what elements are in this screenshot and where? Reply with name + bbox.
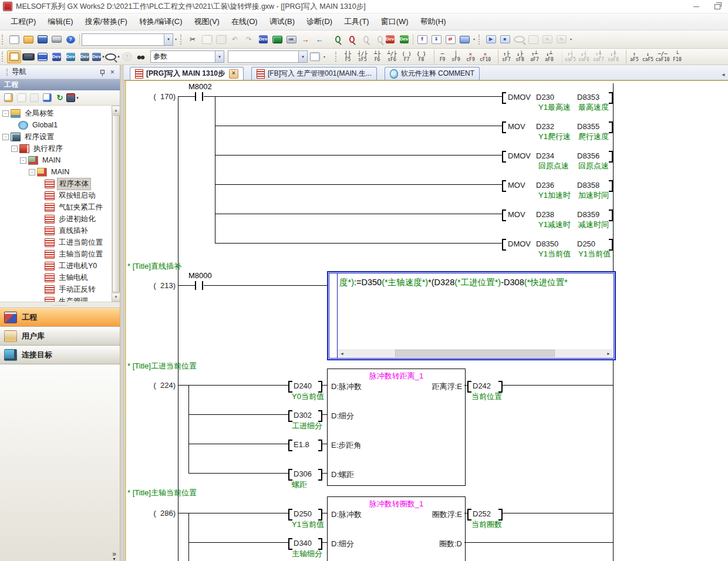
ladder-symbol-button[interactable]: ↓┤saF6 <box>577 50 591 64</box>
menu-item[interactable]: 调试(B) <box>264 13 301 30</box>
expand-toggle[interactable] <box>38 193 43 198</box>
expand-toggle[interactable] <box>38 287 43 292</box>
verify-with-plc-icon[interactable]: ⇄ <box>443 33 457 46</box>
ladder-symbol-button[interactable]: ✕cF10 <box>478 50 493 64</box>
expand-toggle[interactable]: - <box>2 110 9 117</box>
parameter-combo[interactable]: 参数 ▼ <box>150 50 224 63</box>
tree-item[interactable]: 手动正反转 <box>0 283 112 295</box>
minimize-button[interactable] <box>686 1 707 13</box>
test-mode-icon[interactable]: HK <box>284 33 298 46</box>
read-from-plc-icon[interactable]: ⇓ <box>429 33 443 46</box>
expand-toggle[interactable] <box>11 123 16 128</box>
instruction-cell[interactable]: MOV D232 D8355 Y1爬行速 爬行速度 <box>500 121 615 151</box>
tree-item[interactable]: 步进初始化 <box>0 213 112 225</box>
inline-st-box[interactable]: 度*):=D350(*主轴速度*)*(D328(*工进位置*)-D308(*快进… <box>327 271 616 360</box>
scroll-left-icon[interactable]: ◄ <box>338 349 346 357</box>
menu-item[interactable]: 转换/编译(C) <box>133 13 188 30</box>
toolbar-overflow-icon[interactable]: ▾ <box>473 38 475 40</box>
function-block[interactable]: 脉冲数转距离_1 D:脉冲数D:细分E:步距角D:螺距 距离浮:E <box>327 369 466 486</box>
ladder-symbol-button[interactable]: ↑┤saF5 <box>562 50 577 64</box>
menu-item[interactable]: 视图(V) <box>188 13 225 30</box>
device-cell[interactable]: D250 Y1当前值 <box>286 509 328 538</box>
tree-item[interactable]: 主轴当前位置 <box>0 248 112 260</box>
toolbar-overflow-icon[interactable]: ▾ <box>570 38 572 40</box>
help-icon[interactable]: ? <box>63 33 77 46</box>
refresh-icon[interactable]: ↻ <box>53 92 66 104</box>
find-device-red-icon[interactable] <box>341 33 355 46</box>
ladder-symbol-button[interactable]: ┴├F6 <box>370 50 385 64</box>
copy-item-icon[interactable] <box>15 92 28 104</box>
device-batch-green-icon[interactable]: Dev <box>397 33 411 46</box>
device-monitor-icon[interactable] <box>270 33 284 46</box>
toolbar-overflow-icon[interactable]: ▾ <box>323 56 325 58</box>
ladder-symbol-button[interactable]: └F10 <box>670 50 685 64</box>
tree-scrollbar[interactable]: ▲ ▼ <box>112 106 120 302</box>
redo-icon[interactable]: ↷ <box>242 33 256 46</box>
write-to-plc-icon[interactable]: ⇑ <box>415 33 429 46</box>
expand-toggle[interactable] <box>38 240 43 245</box>
tab-device-comment[interactable]: 软元件注释 COMMENT <box>385 67 480 80</box>
expand-toggle[interactable] <box>38 252 43 257</box>
tree-item[interactable]: 主轴电机 <box>0 272 112 283</box>
scroll-right-icon[interactable]: ► <box>604 349 613 357</box>
task-button-connection[interactable]: 连接目标 <box>0 346 120 364</box>
footer-caret-icon[interactable]: ▼ <box>112 557 116 561</box>
menu-item[interactable]: 工程(P) <box>5 13 42 30</box>
menu-item[interactable]: 在线(O) <box>225 13 264 30</box>
expand-toggle[interactable] <box>38 275 43 280</box>
print-icon[interactable] <box>49 33 63 46</box>
menu-item[interactable]: 编辑(E) <box>42 13 79 30</box>
sampling-trace-icon[interactable]: ∿ <box>554 33 568 46</box>
device-cell[interactable]: D302 工进细分 <box>286 410 328 440</box>
statement-list-icon[interactable] <box>35 50 49 63</box>
tree-item[interactable]: 工进电机Y0 <box>0 260 112 272</box>
task-button-project[interactable]: 工程 <box>0 308 120 327</box>
task-button-user-library[interactable]: 用户库 <box>0 327 120 346</box>
device-display-icon[interactable]: Dev <box>63 50 77 63</box>
expand-toggle[interactable] <box>38 263 43 269</box>
menu-item[interactable]: 搜索/替换(F) <box>79 13 133 30</box>
property-icon[interactable] <box>41 92 53 104</box>
function-block[interactable]: 脉冲数转圈数_1 D:脉冲数D:细分 圈数浮:E 圈数:D <box>327 496 466 561</box>
tab-prg-main[interactable]: [PRG]写入 MAIN 1310步 × <box>130 67 244 80</box>
ladder-symbol-button[interactable]: ┤/├sF5 <box>355 50 370 64</box>
find-coil-icon[interactable] <box>369 33 383 46</box>
device-search-icon[interactable]: ▼ <box>106 50 120 63</box>
save-icon[interactable] <box>35 33 49 46</box>
ladder-symbol-button[interactable]: ✕cF9 <box>463 50 478 64</box>
tree-item[interactable]: 程序本体 <box>0 178 112 190</box>
undo-icon[interactable]: ↶ <box>228 33 242 46</box>
ladder-symbol-button[interactable]: ┤├F5 <box>341 50 355 64</box>
ladder-symbol-button[interactable]: ─/─caF10 <box>655 50 670 64</box>
tree-item[interactable]: 生产管理 <box>0 295 112 302</box>
device-replace-icon[interactable]: Dev <box>77 50 92 63</box>
menu-item[interactable]: 工具(T) <box>338 13 375 30</box>
find-combo[interactable]: ▼ <box>228 50 308 63</box>
expand-toggle[interactable] <box>38 181 43 187</box>
expand-toggle[interactable] <box>38 217 43 222</box>
device-batch-red-icon[interactable]: Dev <box>383 33 397 46</box>
cut-icon[interactable]: ✂ <box>186 33 200 46</box>
expand-toggle[interactable] <box>38 228 43 234</box>
tree-item[interactable]: 直线插补 <box>0 225 112 236</box>
comment-display-icon[interactable]: Dev▼ <box>92 50 106 63</box>
menu-item[interactable]: 帮助(H) <box>414 13 452 30</box>
panel-resize-handle[interactable]: ......... <box>0 302 120 308</box>
copy-icon[interactable] <box>200 33 214 46</box>
tab-scroll-left-icon[interactable]: ◄ <box>721 72 726 77</box>
close-icon[interactable]: × <box>107 67 117 77</box>
tab-fb-production[interactable]: [FB]写入 生产管理001(MAIN.生... <box>251 67 377 80</box>
find-contact-icon[interactable] <box>355 33 369 46</box>
open-file-icon[interactable] <box>21 33 35 46</box>
instruction-cell[interactable]: DMOV D8350 D250 Y1当前值 Y1当前值 <box>500 239 615 268</box>
device-cell[interactable]: D306 螺距 <box>286 469 328 498</box>
filter-sort-icon[interactable]: ▼ <box>66 92 79 104</box>
instruction-cell[interactable]: MOV D238 D8359 Y1减速时 减速时间 <box>500 209 615 239</box>
ladder-symbol-button[interactable]: ─F9 <box>434 50 449 64</box>
program-check-icon[interactable]: Dev <box>256 33 270 46</box>
st-horizontal-scrollbar[interactable]: ◄ ► <box>338 349 613 357</box>
tree-item[interactable]: 工进当前位置 <box>0 236 112 248</box>
toolbar-overflow-icon[interactable]: ▾ <box>175 38 177 40</box>
monitor-start-icon[interactable]: ▶ <box>484 33 498 46</box>
contact-device-label[interactable]: M8002 <box>188 82 212 91</box>
